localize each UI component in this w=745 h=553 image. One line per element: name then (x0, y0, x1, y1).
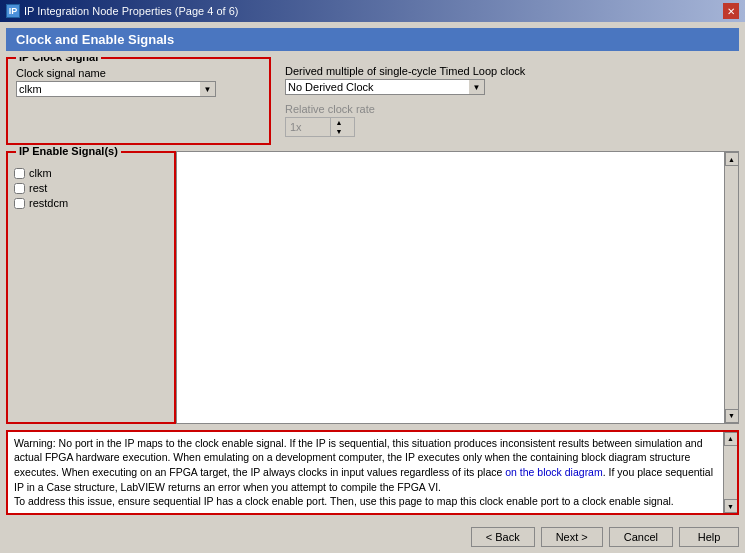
checkbox-restdcm-input[interactable] (14, 198, 25, 209)
ip-enable-signal-group: IP Enable Signal(s) clkm rest restdcm (6, 151, 176, 424)
checkbox-rest: rest (14, 182, 168, 194)
derived-label: Derived multiple of single-cycle Timed L… (285, 65, 731, 77)
clock-signal-select-wrapper: clkm ▼ (16, 81, 216, 97)
cancel-button[interactable]: Cancel (609, 527, 673, 547)
ip-clock-signal-group: IP Clock Signal Clock signal name clkm ▼ (6, 57, 271, 145)
checkbox-restdcm: restdcm (14, 197, 168, 209)
ip-enable-signal-label: IP Enable Signal(s) (16, 145, 121, 157)
window-icon: IP (6, 4, 20, 18)
enable-section-container: IP Enable Signal(s) clkm rest restdcm ▲ (6, 151, 739, 424)
close-button[interactable]: ✕ (723, 3, 739, 19)
derived-select[interactable]: No Derived Clock (285, 79, 471, 95)
checkbox-restdcm-label: restdcm (29, 197, 68, 209)
page-title: Clock and Enable Signals (6, 28, 739, 51)
content-area: IP Clock Signal Clock signal name clkm ▼… (6, 57, 739, 547)
rate-down-button[interactable]: ▼ (331, 127, 347, 136)
derived-select-wrapper: No Derived Clock ▼ (285, 79, 485, 95)
main-container: Clock and Enable Signals IP Clock Signal… (0, 22, 745, 553)
checkbox-rest-label: rest (29, 182, 47, 194)
warning-text: Warning: No port in the IP maps to the c… (14, 437, 713, 508)
warning-scrollbar: ▲ ▼ (723, 432, 737, 513)
clock-signal-dropdown-arrow: ▼ (200, 81, 216, 97)
enable-scroll-up[interactable]: ▲ (725, 152, 739, 166)
warning-scroll-down[interactable]: ▼ (724, 499, 738, 513)
back-button[interactable]: < Back (471, 527, 535, 547)
checkbox-clkm-label: clkm (29, 167, 52, 179)
checkbox-clkm: clkm (14, 167, 168, 179)
rate-spinner-buttons: ▲ ▼ (330, 118, 347, 136)
enable-right-area: ▲ ▼ (176, 151, 739, 424)
derived-section: Derived multiple of single-cycle Timed L… (277, 57, 739, 145)
warning-box: Warning: No port in the IP maps to the c… (6, 430, 739, 515)
rate-input (286, 120, 330, 134)
top-section: IP Clock Signal Clock signal name clkm ▼… (6, 57, 739, 145)
enable-scrollbar: ▲ ▼ (724, 152, 738, 423)
relative-rate-label: Relative clock rate (285, 103, 731, 115)
checkbox-clkm-input[interactable] (14, 168, 25, 179)
help-button[interactable]: Help (679, 527, 739, 547)
rate-spinner: ▲ ▼ (285, 117, 355, 137)
clock-signal-name-label: Clock signal name (16, 67, 261, 79)
title-bar: IP IP Integration Node Properties (Page … (0, 0, 745, 22)
checkbox-rest-input[interactable] (14, 183, 25, 194)
derived-dropdown-arrow: ▼ (469, 79, 485, 95)
rate-up-button[interactable]: ▲ (331, 118, 347, 127)
next-button[interactable]: Next > (541, 527, 603, 547)
window-title: IP Integration Node Properties (Page 4 o… (24, 5, 238, 17)
bottom-bar: < Back Next > Cancel Help (6, 521, 739, 547)
clock-signal-select[interactable]: clkm (16, 81, 202, 97)
warning-text-blue-1: on the block diagram (505, 466, 602, 478)
ip-clock-signal-label: IP Clock Signal (16, 57, 101, 63)
warning-scroll-up[interactable]: ▲ (724, 432, 738, 446)
enable-scroll-down[interactable]: ▼ (725, 409, 739, 423)
